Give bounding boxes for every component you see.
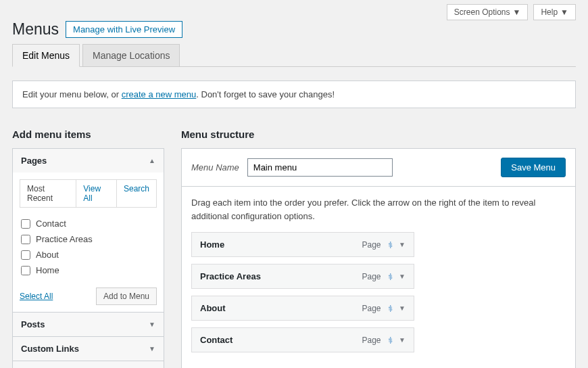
menu-item[interactable]: Practice Areas Page ↑|↓ ▼ xyxy=(191,264,414,289)
page-list: Contact Practice Areas About Home xyxy=(20,216,157,278)
tab-manage-locations[interactable]: Manage Locations xyxy=(82,44,180,67)
chevron-down-icon: ▼ xyxy=(513,7,521,17)
chevron-down-icon[interactable]: ▼ xyxy=(399,304,406,312)
help-button[interactable]: Help ▼ xyxy=(533,4,576,20)
subtab-view-all[interactable]: View All xyxy=(76,180,117,207)
page-item[interactable]: Practice Areas xyxy=(20,231,157,247)
menu-item[interactable]: Home Page ↑|↓ ▼ xyxy=(191,232,414,257)
accordion-pages[interactable]: Pages ▲ xyxy=(13,149,164,172)
sort-icon[interactable]: ↑|↓ xyxy=(387,273,392,280)
subtab-most-recent[interactable]: Most Recent xyxy=(20,180,76,207)
page-checkbox[interactable] xyxy=(21,266,30,275)
chevron-down-icon: ▼ xyxy=(149,345,155,352)
page-checkbox[interactable] xyxy=(21,219,30,229)
tab-edit-menus[interactable]: Edit Menus xyxy=(12,44,80,67)
accordion-custom-links[interactable]: Custom Links ▼ xyxy=(13,336,164,361)
live-preview-button[interactable]: Manage with Live Preview xyxy=(66,21,182,38)
chevron-up-icon: ▲ xyxy=(149,157,155,164)
page-item[interactable]: Home xyxy=(20,262,157,278)
accordion-categories[interactable]: Categories ▼ xyxy=(13,361,164,368)
add-menu-items-title: Add menu items xyxy=(12,129,164,140)
menu-item[interactable]: Contact Page ↑|↓ ▼ xyxy=(191,327,414,352)
sort-icon[interactable]: ↑|↓ xyxy=(387,336,392,344)
drag-instructions: Drag each item into the order you prefer… xyxy=(191,196,566,223)
accordion-posts[interactable]: Posts ▼ xyxy=(13,312,164,336)
chevron-down-icon: ▼ xyxy=(149,321,155,328)
create-new-menu-link[interactable]: create a new menu xyxy=(122,89,197,99)
select-all-link[interactable]: Select All xyxy=(20,292,53,301)
menu-structure-title: Menu structure xyxy=(181,129,576,140)
chevron-down-icon: ▼ xyxy=(560,7,568,17)
screen-options-button[interactable]: Screen Options ▼ xyxy=(447,4,529,20)
page-checkbox[interactable] xyxy=(21,250,30,260)
notice: Edit your menu below, or create a new me… xyxy=(12,80,576,108)
page-checkbox[interactable] xyxy=(21,235,30,244)
sort-icon[interactable]: ↑|↓ xyxy=(387,304,392,312)
subtab-search[interactable]: Search xyxy=(117,180,156,207)
chevron-down-icon[interactable]: ▼ xyxy=(399,336,406,344)
page-title: Menus xyxy=(12,20,59,39)
chevron-down-icon[interactable]: ▼ xyxy=(399,273,406,280)
add-to-menu-button[interactable]: Add to Menu xyxy=(96,288,157,305)
menu-item[interactable]: About Page ↑|↓ ▼ xyxy=(191,296,414,321)
menu-name-input[interactable] xyxy=(247,158,393,177)
save-menu-button[interactable]: Save Menu xyxy=(501,158,566,177)
page-item[interactable]: About xyxy=(20,247,157,262)
chevron-down-icon[interactable]: ▼ xyxy=(399,241,406,248)
page-item[interactable]: Contact xyxy=(20,216,157,231)
sort-icon[interactable]: ↑|↓ xyxy=(387,241,392,248)
menu-name-label: Menu Name xyxy=(191,162,239,172)
